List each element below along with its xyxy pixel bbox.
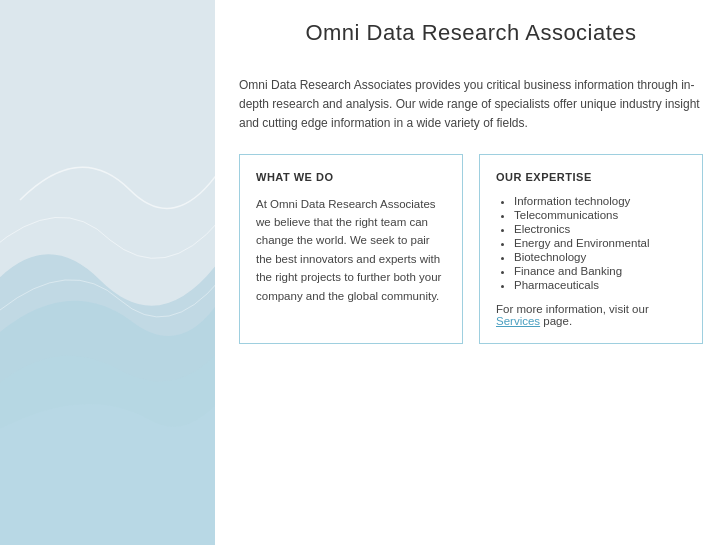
sidebar-wave-bg xyxy=(0,0,215,545)
sidebar-item-contact[interactable]: Contact Us xyxy=(0,182,215,213)
svg-rect-0 xyxy=(0,0,215,545)
intro-paragraph: Omni Data Research Associates provides y… xyxy=(239,76,703,134)
expertise-list: Information technologyTelecommunications… xyxy=(496,195,686,291)
what-we-do-body: At Omni Data Research Associates we beli… xyxy=(256,195,446,305)
main-content: Omni Data Research Associates Omni Data … xyxy=(215,0,727,545)
expertise-list-item: Pharmaceuticals xyxy=(514,279,686,291)
sidebar: Home Services Contact Us xyxy=(0,0,215,545)
what-we-do-title: WHAT WE DO xyxy=(256,171,446,183)
expertise-list-item: Information technology xyxy=(514,195,686,207)
cards-row: WHAT WE DO At Omni Data Research Associa… xyxy=(239,154,703,344)
our-expertise-title: OUR EXPERTISE xyxy=(496,171,686,183)
more-info-prefix: For more information, visit our xyxy=(496,303,649,315)
expertise-list-item: Telecommunications xyxy=(514,209,686,221)
our-expertise-card: OUR EXPERTISE Information technologyTele… xyxy=(479,154,703,344)
expertise-list-item: Finance and Banking xyxy=(514,265,686,277)
sidebar-item-home[interactable]: Home xyxy=(0,120,215,151)
sidebar-nav: Home Services Contact Us xyxy=(0,120,215,213)
page-title: Omni Data Research Associates xyxy=(239,20,703,46)
services-link[interactable]: Services xyxy=(496,315,540,327)
what-we-do-card: WHAT WE DO At Omni Data Research Associa… xyxy=(239,154,463,344)
sidebar-item-services[interactable]: Services xyxy=(0,151,215,182)
more-info-suffix: page. xyxy=(540,315,572,327)
expertise-list-item: Biotechnology xyxy=(514,251,686,263)
more-info-text: For more information, visit our Services… xyxy=(496,303,686,327)
expertise-list-item: Electronics xyxy=(514,223,686,235)
expertise-list-item: Energy and Environmental xyxy=(514,237,686,249)
